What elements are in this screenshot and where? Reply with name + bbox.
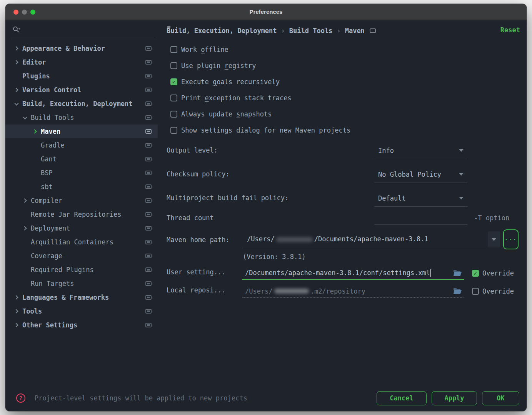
sidebar-item-editor[interactable]: Editor (5, 55, 158, 69)
settings-search[interactable] (5, 20, 158, 39)
sidebar-item-appearance-behavior[interactable]: Appearance & Behavior (5, 42, 158, 55)
chevron-down-icon (459, 197, 464, 199)
sidebar-item-other-settings[interactable]: Other Settings (5, 318, 158, 332)
sidebar-item-gant[interactable]: Gant (5, 152, 158, 166)
settings-tree: Appearance & Behavior Editor Plugins Ver… (5, 39, 158, 332)
chevron-right-icon[interactable] (32, 129, 38, 134)
sidebar-item-gradle[interactable]: Gradle (5, 138, 158, 152)
option-execute-goals-recursively: Execute goals recursively (170, 74, 350, 90)
breadcrumb: Build, Execution, Deployment › Build Too… (167, 25, 376, 36)
thread-count-hint: -T option (474, 214, 509, 222)
breadcrumb-item[interactable]: Build, Execution, Deployment (167, 27, 277, 35)
sidebar-item-plugins[interactable]: Plugins (5, 69, 158, 83)
sidebar-item-required-plugins[interactable]: Required Plugins (5, 263, 158, 277)
sidebar-item-label: Arquillian Containers (31, 238, 113, 246)
fail-policy-dropdown[interactable]: Default (374, 190, 467, 207)
chevron-right-icon[interactable] (14, 46, 19, 51)
print-exceptions-checkbox[interactable] (170, 95, 177, 101)
indent-spacer (22, 267, 28, 272)
update-snapshots-checkbox[interactable] (170, 111, 177, 118)
settings-sidebar: Appearance & Behavior Editor Plugins Ver… (5, 20, 158, 411)
chevron-down-icon[interactable] (22, 115, 28, 120)
execute-goals-checkbox[interactable] (170, 78, 177, 85)
option-work-offline: Work offline (170, 42, 350, 58)
sidebar-item-label: Build, Execution, Deployment (22, 100, 133, 108)
maven-home-browse-button[interactable]: ... (503, 229, 519, 249)
checksum-policy-value: No Global Policy (378, 171, 441, 178)
reset-link[interactable]: Reset (500, 26, 520, 34)
indent-spacer (22, 281, 28, 286)
chevron-right-icon[interactable] (22, 226, 28, 231)
monitor-icon (145, 171, 152, 175)
apply-button[interactable]: Apply (432, 391, 477, 405)
sidebar-item-bsp[interactable]: BSP (5, 166, 158, 180)
user-settings-label: User setting... (167, 268, 226, 276)
monitor-icon (145, 295, 152, 300)
sidebar-item-maven[interactable]: Maven (5, 124, 158, 138)
preferences-window: Preferences Appearance & Behavior Editor… (5, 4, 527, 411)
local-repository-input[interactable]: /Users/.m2/repository (242, 285, 464, 298)
chevron-right-icon[interactable] (14, 295, 19, 300)
thread-count-label: Thread count (167, 214, 214, 222)
sidebar-item-coverage[interactable]: Coverage (5, 249, 158, 263)
option-use-plugin-registry: Use plugin registry (170, 58, 350, 74)
maven-home-dropdown-button[interactable] (488, 231, 500, 247)
sidebar-item-compiler[interactable]: Compiler (5, 194, 158, 208)
dialog-footer: Project-level settings will be applied t… (5, 387, 527, 411)
sidebar-item-label: Editor (22, 58, 46, 66)
redacted-username (276, 237, 313, 242)
ok-button[interactable]: OK (482, 391, 519, 405)
sidebar-item-run-targets[interactable]: Run Targets (5, 277, 158, 290)
folder-icon[interactable] (453, 269, 462, 277)
user-settings-override-checkbox[interactable] (472, 270, 479, 277)
sidebar-item-sbt[interactable]: sbt (5, 180, 158, 194)
sidebar-item-deployment[interactable]: Deployment (5, 221, 158, 235)
maven-home-label: Maven home path: (167, 236, 230, 244)
titlebar: Preferences (5, 4, 527, 20)
sidebar-item-label: Version Control (22, 86, 82, 94)
breadcrumb-item[interactable]: Maven (345, 27, 365, 35)
sidebar-item-build-execution-deployment[interactable]: Build, Execution, Deployment (5, 97, 158, 111)
checksum-policy-dropdown[interactable]: No Global Policy (374, 166, 467, 183)
maven-home-combobox[interactable]: /Users//Documents/apache-maven-3.8.1 (242, 231, 503, 248)
sidebar-item-languages-frameworks[interactable]: Languages & Frameworks (5, 290, 158, 304)
monitor-icon (145, 129, 152, 134)
local-repository-override: Override (472, 287, 514, 295)
sidebar-item-label: Build Tools (31, 114, 74, 121)
chevron-down-icon[interactable] (14, 101, 19, 106)
chevron-right-icon[interactable] (14, 309, 19, 314)
monitor-icon (145, 101, 152, 106)
sidebar-item-label: Coverage (31, 252, 62, 260)
sidebar-item-version-control[interactable]: Version Control (5, 83, 158, 97)
sidebar-item-arquillian-containers[interactable]: Arquillian Containers (5, 235, 158, 249)
chevron-down-icon (459, 149, 464, 152)
cancel-button[interactable]: Cancel (377, 391, 427, 405)
help-icon[interactable] (16, 393, 25, 403)
thread-count-input[interactable] (374, 212, 467, 225)
show-settings-dialog-checkbox[interactable] (170, 127, 177, 134)
sidebar-item-label: Other Settings (22, 321, 77, 329)
chevron-right-icon[interactable] (14, 60, 19, 65)
monitor-icon (145, 115, 152, 120)
maven-settings-panel: Build, Execution, Deployment › Build Too… (158, 20, 527, 411)
indent-spacer (32, 143, 38, 148)
work-offline-checkbox[interactable] (170, 46, 177, 53)
folder-icon[interactable] (453, 287, 462, 295)
use-plugin-registry-checkbox[interactable] (170, 62, 177, 69)
local-repository-override-checkbox[interactable] (472, 288, 479, 295)
breadcrumb-item[interactable]: Build Tools (289, 27, 333, 35)
maven-options: Work offline Use plugin registry Execute… (170, 42, 350, 138)
user-settings-input[interactable]: /Documents/apache-maven-3.8.1/conf/setti… (242, 267, 464, 280)
sidebar-item-label: Gradle (41, 141, 64, 149)
sidebar-item-label: Deployment (31, 224, 70, 232)
sidebar-item-remote-jar-repositories[interactable]: Remote Jar Repositories (5, 208, 158, 221)
chevron-right-icon[interactable] (14, 87, 19, 93)
monitor-icon (145, 74, 152, 78)
chevron-right-icon[interactable] (22, 198, 28, 203)
search-icon[interactable] (12, 26, 22, 33)
sidebar-item-label: Plugins (22, 72, 50, 80)
sidebar-item-tools[interactable]: Tools (5, 304, 158, 318)
chevron-right-icon[interactable] (14, 322, 19, 328)
sidebar-item-build-tools[interactable]: Build Tools (5, 111, 158, 124)
output-level-dropdown[interactable]: Info (374, 142, 467, 159)
